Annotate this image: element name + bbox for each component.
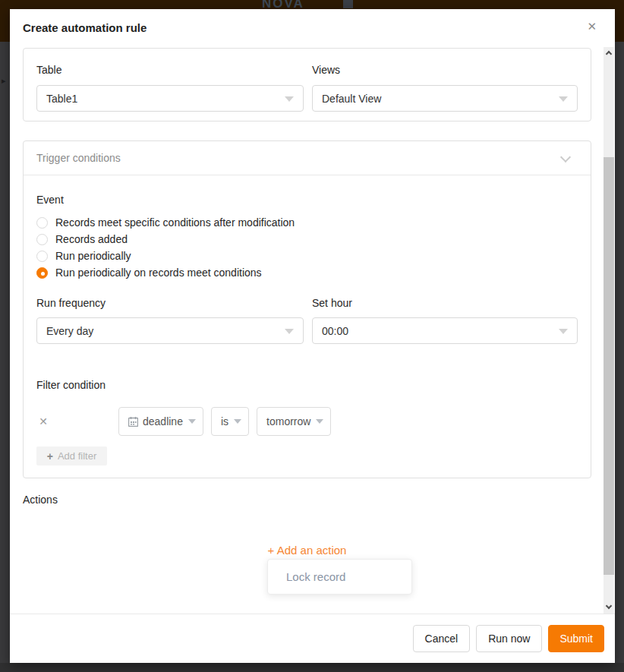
chevron-down-icon — [560, 152, 571, 162]
dialog-header: Create automation rule ✕ — [10, 9, 615, 47]
caret-down-icon — [285, 329, 294, 334]
cancel-button[interactable]: Cancel — [413, 625, 471, 652]
trigger-conditions-section: Trigger conditions Event Records meet sp… — [23, 140, 591, 478]
trigger-conditions-toggle[interactable]: Trigger conditions — [24, 141, 591, 175]
actions-label: Actions — [23, 494, 591, 506]
radio-selected-icon — [36, 267, 48, 279]
filter-field-select[interactable]: deadline — [118, 407, 203, 436]
filter-row: ✕ — [36, 407, 578, 436]
action-menu: Lock record — [267, 559, 412, 595]
radio-option-label: Records added — [55, 233, 128, 245]
body-scrollbar[interactable] — [604, 47, 614, 614]
calendar-icon — [128, 417, 138, 427]
radio-icon — [36, 217, 48, 229]
radio-option-label: Records meet specific conditions after m… — [55, 216, 295, 229]
radio-option-records-modified[interactable]: Records meet specific conditions after m… — [36, 214, 578, 231]
radio-icon — [36, 251, 48, 262]
add-filter-button[interactable]: + Add filter — [36, 446, 107, 465]
scrollbar-down-arrow[interactable] — [604, 601, 614, 614]
add-action-link[interactable]: + Add an action — [23, 544, 591, 557]
plus-icon: + — [47, 450, 53, 462]
brand-logo-square — [343, 0, 353, 8]
add-filter-label: Add filter — [58, 450, 96, 462]
caret-down-icon — [285, 96, 294, 102]
radio-option-run-periodically-conditions[interactable]: Run periodically on records meet conditi… — [36, 264, 578, 281]
create-automation-rule-dialog: Create automation rule ✕ Table Table1 Vi… — [10, 9, 615, 663]
close-icon[interactable]: ✕ — [587, 21, 597, 32]
event-label: Event — [36, 194, 578, 206]
caret-down-icon — [234, 419, 241, 424]
caret-down-icon — [188, 419, 196, 424]
table-select[interactable]: Table1 — [36, 85, 304, 112]
filter-condition-label: Filter condition — [36, 379, 578, 391]
trigger-conditions-label: Trigger conditions — [36, 152, 121, 164]
scrollbar-thumb[interactable] — [604, 157, 614, 575]
table-select-value: Table1 — [46, 93, 77, 105]
trigger-conditions-content: Event Records meet specific conditions a… — [24, 194, 591, 465]
dialog-body: Table Table1 Views Default View — [10, 47, 615, 614]
run-now-button[interactable]: Run now — [476, 625, 542, 652]
filter-operator-value: is — [221, 415, 228, 427]
radio-option-run-periodically[interactable]: Run periodically — [36, 248, 578, 264]
dialog-title: Create automation rule — [23, 21, 147, 34]
submit-button[interactable]: Submit — [548, 625, 604, 652]
radio-option-label: Run periodically on records meet conditi… — [55, 267, 262, 279]
chevron-down-icon — [606, 603, 612, 609]
table-views-section: Table Table1 Views Default View — [23, 48, 591, 121]
background-sidebar-glyph: ▸ — [2, 76, 6, 86]
filter-value-value: tomorrow — [266, 415, 310, 427]
chevron-up-icon — [606, 51, 612, 57]
remove-filter-icon[interactable]: ✕ — [38, 415, 49, 427]
scrollbar-up-arrow[interactable] — [604, 47, 614, 59]
filter-operator-select[interactable]: is — [211, 407, 249, 436]
run-frequency-label: Run frequency — [36, 297, 304, 309]
radio-icon — [36, 234, 48, 245]
views-label: Views — [312, 64, 578, 76]
radio-option-records-added[interactable]: Records added — [36, 231, 578, 248]
set-hour-value: 00:00 — [322, 325, 348, 337]
caret-down-icon — [559, 96, 568, 102]
filter-value-select[interactable]: tomorrow — [257, 407, 331, 436]
set-hour-select[interactable]: 00:00 — [312, 317, 578, 344]
dialog-footer: Cancel Run now Submit — [10, 614, 615, 663]
views-select-value: Default View — [322, 93, 381, 105]
views-select[interactable]: Default View — [312, 85, 578, 112]
filter-field-value: deadline — [143, 415, 183, 427]
caret-down-icon — [316, 419, 323, 424]
page-background-bottom — [0, 663, 624, 672]
table-label: Table — [36, 64, 304, 76]
run-frequency-select[interactable]: Every day — [36, 317, 304, 344]
action-menu-item-lock-record[interactable]: Lock record — [268, 570, 411, 583]
set-hour-label: Set hour — [312, 297, 578, 309]
event-options: Records meet specific conditions after m… — [36, 214, 578, 281]
run-frequency-value: Every day — [46, 325, 93, 337]
caret-down-icon — [559, 329, 568, 334]
radio-option-label: Run periodically — [55, 250, 131, 262]
